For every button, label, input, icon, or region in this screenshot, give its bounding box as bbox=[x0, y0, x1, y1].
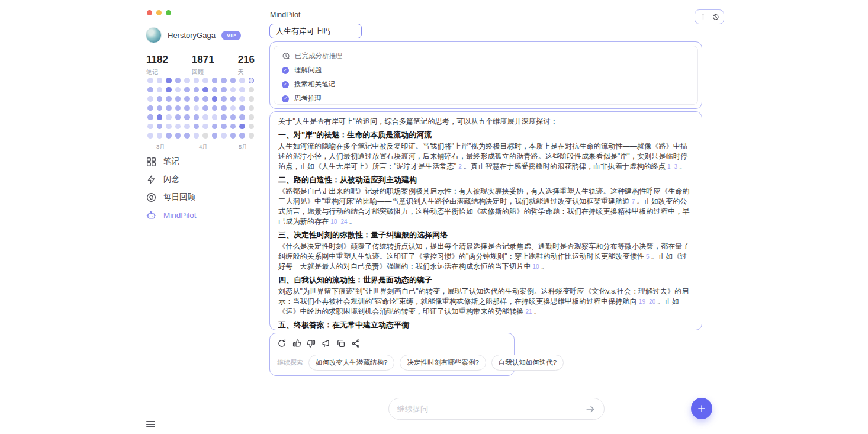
heatmap-dot[interactable] bbox=[249, 78, 255, 83]
heatmap-dot[interactable] bbox=[212, 78, 218, 83]
heatmap-dot[interactable] bbox=[194, 96, 200, 102]
suggestion-pill[interactable]: 自我认知如何迭代? bbox=[491, 355, 564, 371]
heatmap-dot[interactable] bbox=[157, 133, 163, 139]
heatmap-dot[interactable] bbox=[230, 78, 236, 83]
heatmap-dot[interactable] bbox=[239, 96, 245, 102]
heatmap-dot[interactable] bbox=[239, 78, 245, 83]
heatmap-dot[interactable] bbox=[166, 105, 172, 111]
heatmap-dot[interactable] bbox=[147, 133, 153, 139]
heatmap-dot[interactable] bbox=[166, 133, 172, 139]
share-button[interactable] bbox=[351, 339, 361, 348]
report-button[interactable] bbox=[322, 339, 331, 348]
heatmap-dot[interactable] bbox=[175, 133, 181, 139]
heatmap-dot[interactable] bbox=[230, 96, 236, 102]
heatmap-dot[interactable] bbox=[202, 124, 208, 130]
sidebar-item-daily-review[interactable]: 每日回顾 bbox=[146, 192, 197, 202]
heatmap-dot[interactable] bbox=[212, 87, 218, 93]
heatmap-dot[interactable] bbox=[157, 87, 163, 93]
heatmap-dot[interactable] bbox=[147, 105, 153, 111]
heatmap-dot[interactable] bbox=[239, 133, 245, 139]
heatmap-dot[interactable] bbox=[184, 87, 190, 93]
heatmap-dot[interactable] bbox=[157, 124, 163, 130]
citation-link[interactable]: 19 bbox=[639, 298, 645, 305]
heatmap-dot[interactable] bbox=[221, 105, 227, 111]
heatmap-dot[interactable] bbox=[249, 133, 255, 139]
heatmap-dot[interactable] bbox=[194, 114, 200, 120]
reasoning-header[interactable]: 已完成分析推理 bbox=[282, 52, 690, 60]
heatmap-dot[interactable] bbox=[202, 87, 208, 93]
citation-link[interactable]: 24 bbox=[340, 218, 347, 225]
copy-button[interactable] bbox=[336, 339, 346, 348]
heatmap-dot[interactable] bbox=[175, 114, 181, 120]
heatmap-dot[interactable] bbox=[166, 96, 172, 102]
hamburger-menu-icon[interactable] bbox=[146, 421, 155, 429]
citation-link[interactable]: 10 bbox=[533, 263, 539, 270]
user-profile[interactable]: HerstoryGaga VIP bbox=[146, 27, 241, 43]
history-button[interactable] bbox=[712, 13, 719, 21]
heatmap-dot[interactable] bbox=[239, 87, 245, 93]
heatmap-dot[interactable] bbox=[184, 124, 190, 130]
heatmap-dot[interactable] bbox=[221, 114, 227, 120]
heatmap-dot[interactable] bbox=[194, 124, 200, 130]
heatmap-dot[interactable] bbox=[175, 96, 181, 102]
citation-link[interactable]: 21 bbox=[525, 308, 532, 315]
heatmap-dot[interactable] bbox=[166, 87, 172, 93]
heatmap-dot[interactable] bbox=[194, 78, 200, 83]
heatmap-dot[interactable] bbox=[221, 78, 227, 83]
heatmap-dot[interactable] bbox=[221, 124, 227, 130]
citation-link[interactable]: 7 bbox=[632, 198, 635, 205]
avatar[interactable] bbox=[146, 27, 162, 43]
heatmap-dot[interactable] bbox=[147, 114, 153, 120]
heatmap-dot[interactable] bbox=[157, 78, 163, 83]
heatmap-dot[interactable] bbox=[147, 96, 153, 102]
heatmap-dot[interactable] bbox=[166, 124, 172, 130]
heatmap-dot[interactable] bbox=[194, 105, 200, 111]
heatmap-dot[interactable] bbox=[230, 114, 236, 120]
heatmap-dot[interactable] bbox=[175, 105, 181, 111]
heatmap-dot[interactable] bbox=[249, 105, 255, 111]
citation-link[interactable]: 20 bbox=[649, 298, 655, 305]
heatmap-dot[interactable] bbox=[175, 87, 181, 93]
heatmap-dot[interactable] bbox=[184, 114, 190, 120]
heatmap-dot[interactable] bbox=[166, 114, 172, 120]
heatmap-dot[interactable] bbox=[157, 105, 163, 111]
heatmap-dot[interactable] bbox=[147, 124, 153, 130]
close-window-button[interactable] bbox=[147, 10, 152, 15]
heatmap-dot[interactable] bbox=[202, 78, 208, 83]
heatmap-dot[interactable] bbox=[147, 87, 153, 93]
suggestion-pill[interactable]: 如何改变人生潜藏结构? bbox=[308, 355, 394, 371]
heatmap-dot[interactable] bbox=[249, 87, 255, 93]
heatmap-dot[interactable] bbox=[212, 105, 218, 111]
zoom-window-button[interactable] bbox=[166, 10, 171, 15]
heatmap-dot[interactable] bbox=[184, 96, 190, 102]
heatmap-dot[interactable] bbox=[157, 114, 163, 120]
heatmap-dot[interactable] bbox=[184, 133, 190, 139]
heatmap-dot[interactable] bbox=[249, 124, 255, 130]
heatmap-dot[interactable] bbox=[175, 78, 181, 83]
citation-link[interactable]: 1 bbox=[667, 163, 671, 170]
citation-link[interactable]: 2 bbox=[458, 163, 462, 170]
citation-link[interactable]: 18 bbox=[330, 218, 337, 225]
heatmap-dot[interactable] bbox=[157, 96, 163, 102]
heatmap-dot[interactable] bbox=[175, 124, 181, 130]
heatmap-dot[interactable] bbox=[212, 133, 218, 139]
heatmap-dot[interactable] bbox=[249, 114, 255, 120]
heatmap-dot[interactable] bbox=[166, 78, 172, 83]
new-note-fab[interactable] bbox=[691, 398, 712, 419]
sidebar-item-notes[interactable]: 笔记 bbox=[146, 156, 197, 167]
heatmap-dot[interactable] bbox=[212, 114, 218, 120]
heatmap-dot[interactable] bbox=[194, 133, 200, 139]
heatmap-dot[interactable] bbox=[239, 124, 245, 130]
sidebar-item-mindpilot[interactable]: MindPilot bbox=[146, 210, 197, 220]
citation-link[interactable]: 5 bbox=[646, 253, 650, 260]
heatmap-dot[interactable] bbox=[184, 105, 190, 111]
sidebar-item-flash-ideas[interactable]: 闪念 bbox=[146, 174, 197, 185]
heatmap-dot[interactable] bbox=[230, 87, 236, 93]
heatmap-dot[interactable] bbox=[221, 87, 227, 93]
heatmap-dot[interactable] bbox=[239, 114, 245, 120]
heatmap-dot[interactable] bbox=[202, 105, 208, 111]
thumbs-down-button[interactable] bbox=[307, 339, 316, 348]
minimize-window-button[interactable] bbox=[156, 10, 162, 15]
heatmap-dot[interactable] bbox=[230, 105, 236, 111]
heatmap-dot[interactable] bbox=[194, 87, 200, 93]
